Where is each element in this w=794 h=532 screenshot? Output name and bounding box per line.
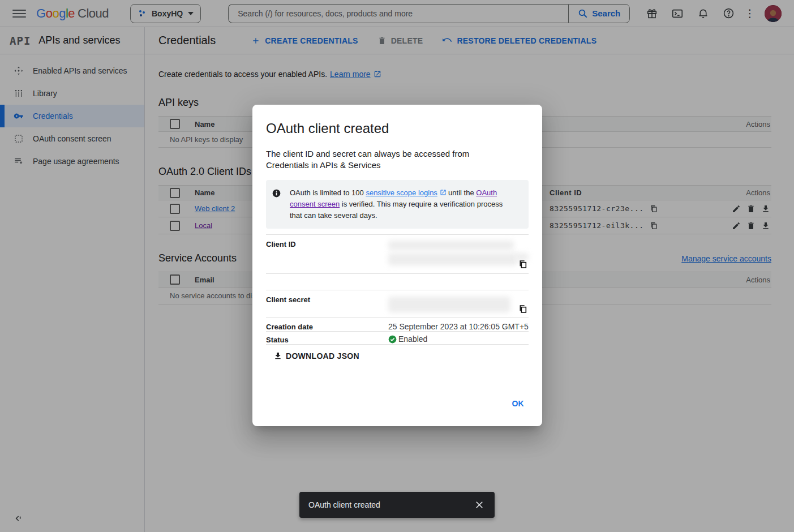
client-id-value-redacted [388,235,529,273]
copy-icon[interactable] [518,304,527,314]
dialog-detail-rows: Client ID Client secret Creation date 25… [266,234,529,345]
ok-button[interactable]: OK [507,396,529,411]
sensitive-scope-logins-link[interactable]: sensitive scope logins [366,188,437,197]
download-json-button[interactable]: DOWNLOAD JSON [273,351,542,361]
toast-notification: OAuth client created [299,492,495,518]
oauth-client-created-dialog: OAuth client created The client ID and s… [252,105,542,426]
info-icon [272,189,281,198]
dialog-notice: OAuth is limited to 100 sensitive scope … [266,180,529,229]
download-icon [273,351,282,361]
copy-icon[interactable] [518,260,527,269]
client-id-label: Client ID [266,235,388,273]
status-label: Status [266,332,388,344]
status-badge: Enabled [388,332,529,344]
close-icon[interactable] [474,500,484,510]
dialog-title: OAuth client created [252,105,542,136]
check-circle-icon [388,335,397,344]
spacer-row [266,273,529,290]
external-link-icon [440,189,447,196]
notice-text: until the [447,188,477,197]
dialog-description: The client ID and secret can always be a… [252,136,524,171]
creation-date-value: 25 September 2023 at 10:26:05 GMT+5 [388,318,529,331]
status-text: Enabled [398,334,427,344]
client-secret-label: Client secret [266,290,388,317]
toast-message: OAuth client created [308,500,474,509]
notice-text: OAuth is limited to 100 [290,188,366,197]
download-json-label: DOWNLOAD JSON [286,351,359,361]
creation-date-label: Creation date [266,318,388,331]
client-secret-value-redacted [388,290,529,317]
